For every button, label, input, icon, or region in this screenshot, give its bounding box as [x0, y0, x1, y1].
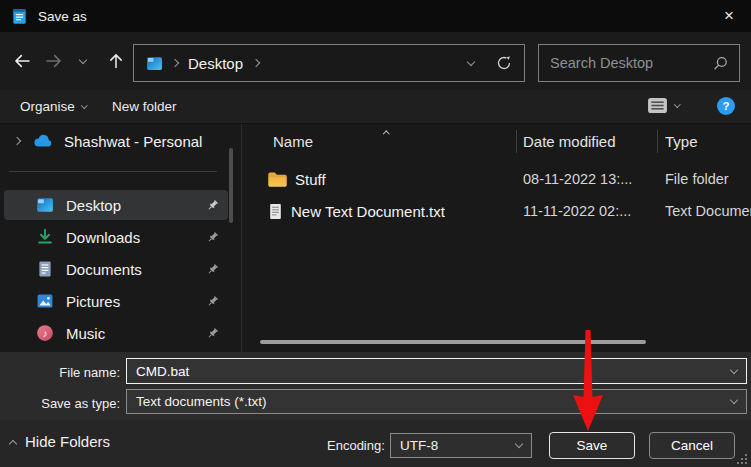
- sidebar-scrollbar[interactable]: [229, 148, 233, 223]
- sidebar-item-music[interactable]: ♪ Music: [4, 318, 228, 348]
- sidebar-divider: [9, 171, 217, 172]
- desktop-location-icon: [146, 55, 163, 72]
- sort-ascending-icon: [384, 122, 389, 140]
- file-type-cell: File folder: [665, 171, 729, 187]
- breadcrumb-item-desktop[interactable]: Desktop: [188, 55, 243, 72]
- new-folder-label: New folder: [112, 99, 177, 114]
- encoding-label: Encoding:: [327, 438, 385, 453]
- search-icon: [713, 56, 728, 71]
- sidebar-item-label: Desktop: [66, 197, 206, 214]
- refresh-icon: [496, 55, 512, 71]
- file-row-new-text-document[interactable]: New Text Document.txt 11-11-2022 02:... …: [254, 196, 751, 226]
- column-divider[interactable]: [657, 130, 658, 153]
- file-row-stuff[interactable]: Stuff 08-11-2022 13:... File folder: [254, 164, 751, 194]
- file-name-input[interactable]: [136, 364, 731, 379]
- chevron-down-icon: [515, 440, 523, 448]
- search-input[interactable]: [550, 55, 713, 71]
- file-date-cell: 11-11-2022 02:...: [523, 203, 631, 219]
- cancel-button[interactable]: Cancel: [649, 432, 735, 459]
- navigation-bar: Desktop: [0, 32, 751, 90]
- save-button[interactable]: Save: [549, 432, 635, 459]
- expand-chevron-icon: [13, 137, 21, 145]
- window-title: Save as: [38, 9, 87, 24]
- sidebar-item-label: Shashwat - Personal: [64, 133, 202, 150]
- chevron-down-icon: [81, 102, 87, 108]
- notepad-icon: [11, 8, 28, 25]
- save-as-dialog: Save as × Desktop: [0, 0, 751, 467]
- music-icon: ♪: [36, 324, 54, 342]
- titlebar: Save as ×: [0, 0, 751, 32]
- sidebar-item-onedrive[interactable]: Shashwat - Personal: [0, 127, 230, 155]
- hide-folders-button[interactable]: Hide Folders: [10, 433, 110, 450]
- organise-button[interactable]: Organise: [20, 90, 86, 123]
- sidebar-item-pictures[interactable]: Pictures: [4, 286, 228, 316]
- sidebar-item-desktop[interactable]: Desktop: [4, 190, 228, 220]
- breadcrumb-separator-icon: [252, 59, 260, 67]
- sidebar-item-documents[interactable]: Documents: [4, 254, 228, 284]
- pin-icon: [206, 263, 219, 276]
- sidebar-item-label: Pictures: [66, 293, 206, 310]
- help-button[interactable]: ?: [717, 97, 735, 115]
- pin-icon: [206, 295, 219, 308]
- text-file-icon: [267, 203, 284, 220]
- chevron-down-icon[interactable]: [730, 365, 738, 373]
- file-date-cell: 08-11-2022 13:...: [523, 171, 632, 187]
- onedrive-cloud-icon: [33, 134, 53, 148]
- column-header-type[interactable]: Type: [665, 133, 698, 150]
- chevron-down-icon: [674, 101, 680, 107]
- column-header-date-modified[interactable]: Date modified: [523, 133, 616, 150]
- new-folder-button[interactable]: New folder: [112, 90, 177, 123]
- organise-label: Organise: [20, 99, 75, 114]
- pin-icon: [206, 231, 219, 244]
- footer-bar: Hide Folders Encoding: UTF-8 Save Cancel: [0, 420, 751, 467]
- navigation-pane: Shashwat - Personal Desktop: [0, 124, 240, 352]
- desktop-icon: [36, 196, 54, 214]
- back-button[interactable]: [9, 48, 35, 74]
- search-box: [538, 44, 740, 82]
- documents-icon: [36, 260, 54, 278]
- downloads-icon: [36, 228, 54, 246]
- save-as-type-select[interactable]: Text documents (*.txt): [126, 389, 747, 414]
- file-name-combobox: [126, 358, 747, 384]
- chevron-down-icon: [467, 57, 475, 65]
- save-as-type-label: Save as type:: [0, 396, 120, 411]
- pin-icon: [206, 199, 219, 212]
- save-as-type-value: Text documents (*.txt): [136, 394, 731, 409]
- toolbar: Organise New folder ?: [0, 90, 751, 124]
- file-type-cell: Text Document: [665, 203, 751, 219]
- svg-text:♪: ♪: [42, 328, 47, 339]
- file-name-label: File name:: [0, 365, 120, 380]
- column-divider[interactable]: [516, 130, 517, 153]
- sidebar-item-label: Music: [66, 325, 206, 342]
- horizontal-scrollbar[interactable]: [260, 340, 646, 344]
- encoding-value: UTF-8: [400, 438, 516, 453]
- forward-button[interactable]: [41, 48, 67, 74]
- column-header-name[interactable]: Name: [273, 133, 313, 150]
- recent-locations-button[interactable]: [74, 48, 92, 74]
- sidebar-item-label: Downloads: [66, 229, 206, 246]
- list-view-icon: [647, 97, 668, 114]
- folder-icon: [267, 171, 288, 188]
- file-name-cell: Stuff: [295, 171, 326, 188]
- sidebar-item-downloads[interactable]: Downloads: [4, 222, 228, 252]
- encoding-select[interactable]: UTF-8: [390, 433, 532, 458]
- pictures-icon: [36, 292, 54, 310]
- up-button[interactable]: [103, 48, 129, 74]
- content-area: Shashwat - Personal Desktop: [0, 124, 751, 352]
- view-options-button[interactable]: [647, 97, 680, 114]
- file-name-cell: New Text Document.txt: [291, 203, 445, 220]
- filename-panel: File name: Save as type: Text documents …: [0, 352, 751, 420]
- chevron-down-icon: [79, 55, 87, 63]
- resize-grip[interactable]: [737, 454, 748, 465]
- close-button[interactable]: ×: [716, 4, 742, 28]
- pin-icon: [206, 327, 219, 340]
- refresh-button[interactable]: [496, 55, 512, 71]
- sidebar-item-label: Documents: [66, 261, 206, 278]
- hide-folders-label: Hide Folders: [25, 433, 110, 450]
- address-bar[interactable]: Desktop: [133, 44, 525, 82]
- file-list: Name Date modified Type Stuff 08-11-2022…: [242, 124, 751, 352]
- chevron-down-icon: [730, 396, 738, 404]
- address-dropdown-button[interactable]: [468, 59, 474, 68]
- breadcrumb-separator-icon: [171, 59, 179, 67]
- chevron-up-icon: [9, 439, 17, 447]
